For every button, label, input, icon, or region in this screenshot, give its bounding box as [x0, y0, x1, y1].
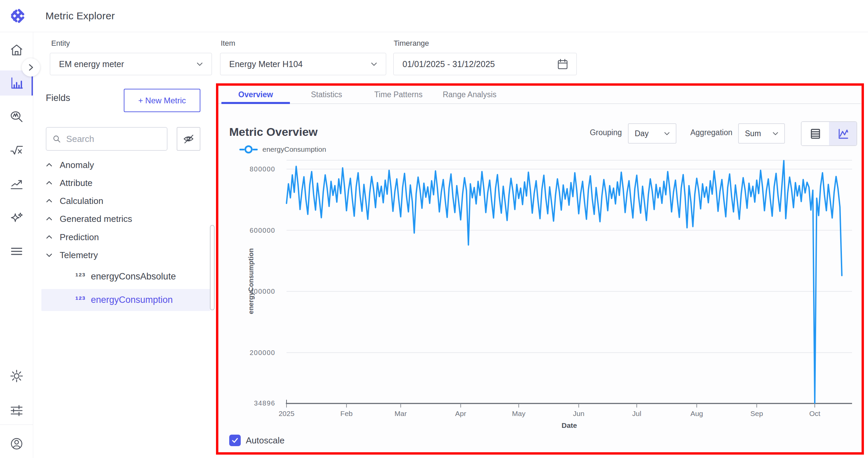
tree-group-attribute[interactable]: Attribute [41, 175, 197, 191]
grouping-label: Grouping [576, 128, 622, 137]
item-label: Item [221, 39, 235, 48]
sidebar-item-anomaly-search[interactable] [0, 106, 33, 127]
chevron-right-icon [26, 63, 35, 72]
grouping-value: Day [635, 129, 663, 138]
tree-item-label: energyConsumption [91, 295, 173, 305]
legend-line-marker [239, 149, 244, 150]
chevron-down-icon [663, 129, 671, 138]
bar-chart-icon [9, 75, 24, 91]
check-icon [231, 437, 239, 444]
active-tab-indicator [221, 102, 290, 104]
calendar-icon[interactable] [556, 57, 569, 71]
chart-view-button[interactable] [829, 122, 856, 145]
entity-label: Entity [51, 39, 70, 48]
tree-group-generated-metrics[interactable]: Generated metrics [41, 211, 197, 227]
tab-range-analysis[interactable]: Range Analysis [437, 87, 502, 102]
fields-panel-title: Fields [46, 93, 70, 103]
chart-legend[interactable]: energyConsumption [239, 145, 326, 154]
chevron-up-icon [45, 214, 54, 223]
sidebar-item-preferences[interactable] [0, 400, 33, 421]
sidebar-collapse-button[interactable] [22, 58, 40, 77]
metric-overview-title: Metric Overview [229, 125, 318, 139]
chart-view-icon [836, 127, 850, 141]
fields-search-box [46, 127, 167, 151]
sidebar-item-settings[interactable] [0, 366, 33, 387]
legend-label: energyConsumption [262, 145, 326, 153]
page-title: Metric Explorer [45, 0, 115, 32]
profile-icon [9, 436, 24, 452]
item-value: Energy Meter H104 [229, 59, 370, 69]
tree-item-energyConsumption[interactable]: ¹²³ energyConsumption [41, 289, 210, 311]
autoscale-control[interactable]: Autoscale [229, 435, 284, 446]
sidebar-item-profile[interactable] [0, 433, 33, 454]
tree-item-label: energyConsAbsolute [91, 271, 176, 282]
entity-value: EM energy meter [59, 59, 195, 69]
fields-scrollbar[interactable] [210, 225, 215, 310]
sidebar-item-menu[interactable] [0, 241, 33, 262]
hide-fields-button[interactable] [177, 127, 200, 151]
view-toggle-group [801, 121, 857, 146]
item-select[interactable]: Energy Meter H104 [220, 53, 386, 75]
chevron-down-icon [771, 129, 780, 138]
eye-off-icon [182, 133, 195, 145]
numeric-field-icon: ¹²³ [75, 295, 85, 305]
tree-group-calculation[interactable]: Calculation [41, 193, 197, 209]
metric-explorer-page: Metric Explorer [0, 0, 868, 458]
new-metric-button[interactable]: + New Metric [124, 89, 200, 112]
autoscale-label: Autoscale [246, 435, 284, 446]
tab-overview[interactable]: Overview [221, 87, 290, 102]
tree-group-label: Calculation [60, 196, 103, 206]
sliders-icon [9, 403, 24, 418]
aggregation-select[interactable]: Sum [738, 123, 785, 144]
chevron-down-icon [45, 251, 54, 259]
sidebar-divider [0, 424, 33, 425]
autoscale-checkbox[interactable] [229, 435, 241, 446]
menu-icon [9, 244, 24, 259]
tree-item-energyConsAbsolute[interactable]: ¹²³ energyConsAbsolute [41, 267, 210, 286]
tabbar-border [219, 103, 861, 104]
numeric-field-icon: ¹²³ [75, 271, 85, 282]
table-view-button[interactable] [802, 122, 829, 145]
timerange-input-box[interactable] [393, 53, 577, 75]
sidebar-item-ai-insights[interactable] [0, 208, 33, 229]
fields-search-input[interactable] [65, 133, 162, 145]
tree-group-label: Anomaly [60, 160, 94, 170]
tree-group-label: Generated metrics [60, 214, 132, 224]
grouping-select[interactable]: Day [628, 123, 676, 144]
sparkles-icon [9, 210, 24, 226]
aggregation-label: Aggregation [685, 128, 732, 137]
tree-group-label: Attribute [60, 178, 93, 188]
gear-icon [9, 368, 24, 384]
chevron-down-icon [370, 60, 378, 68]
home-icon [9, 42, 24, 58]
chevron-up-icon [45, 196, 54, 205]
chevron-up-icon [45, 179, 54, 187]
tree-group-label: Prediction [60, 232, 99, 243]
trend-line-icon [9, 176, 24, 192]
sidebar [0, 32, 33, 458]
legend-point-marker [244, 145, 253, 153]
tree-group-prediction[interactable]: Prediction [41, 229, 197, 245]
chevron-up-icon [45, 161, 54, 169]
table-view-icon [809, 127, 822, 141]
tab-time-patterns[interactable]: Time Patterns [366, 87, 431, 102]
timerange-input[interactable] [402, 59, 556, 69]
sidebar-item-formula[interactable] [0, 140, 33, 161]
tree-group-anomaly[interactable]: Anomaly [41, 157, 197, 173]
anomaly-search-icon [9, 109, 24, 125]
tree-group-label: Telemetry [60, 250, 98, 261]
tab-statistics[interactable]: Statistics [298, 87, 355, 102]
chevron-up-icon [45, 233, 54, 242]
chart-plot-area[interactable] [287, 160, 852, 403]
legend-line-marker [253, 149, 258, 150]
sidebar-item-home[interactable] [0, 40, 33, 61]
app-header: Metric Explorer [0, 0, 868, 32]
timerange-label: Timerange [394, 39, 429, 48]
chevron-down-icon [195, 60, 204, 68]
search-icon [53, 134, 61, 144]
aggregation-value: Sum [745, 129, 771, 138]
app-logo[interactable] [9, 8, 25, 24]
sidebar-item-trends[interactable] [0, 173, 33, 194]
entity-select[interactable]: EM energy meter [50, 53, 212, 75]
tree-group-telemetry[interactable]: Telemetry [41, 247, 197, 263]
